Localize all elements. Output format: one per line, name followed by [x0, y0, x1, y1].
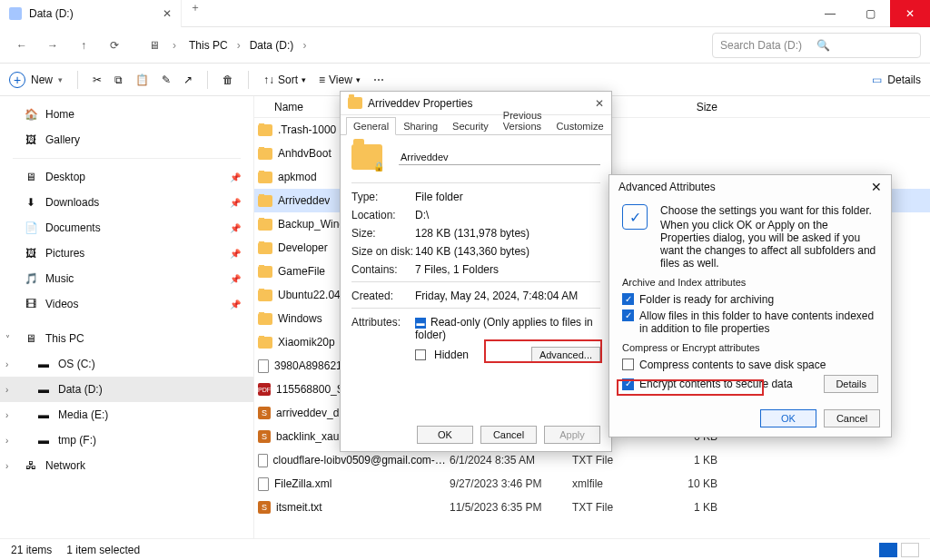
file-name: FileZilla.xml: [274, 477, 331, 490]
file-icon: S: [258, 430, 271, 443]
file-name: GameFile: [278, 265, 325, 278]
check-icon: ✓: [622, 204, 648, 230]
sidebar-item[interactable]: 📄Documents📌: [0, 215, 253, 241]
folder-name-input[interactable]: [399, 150, 600, 165]
refresh-button[interactable]: ⟳: [102, 33, 127, 58]
readonly-checkbox[interactable]: ▬: [415, 318, 426, 329]
file-name: Ubuntu22.04: [278, 289, 341, 301]
maximize-button[interactable]: ▢: [850, 0, 890, 27]
sidebar-item[interactable]: ›▬Media (E:): [0, 402, 253, 427]
details-icon: ▭: [872, 74, 882, 86]
column-size[interactable]: Size: [663, 101, 736, 113]
cut-button[interactable]: ✂: [93, 74, 102, 86]
paste-button[interactable]: 📋: [135, 74, 149, 86]
sidebar-item[interactable]: 🖼Gallery: [0, 127, 253, 152]
sidebar-item[interactable]: ˅🖥This PC: [0, 326, 253, 351]
monitor-icon[interactable]: 🖥: [142, 33, 167, 58]
sidebar-label: Gallery: [45, 133, 80, 146]
file-icon: [258, 195, 272, 207]
back-button[interactable]: ←: [9, 33, 35, 58]
properties-ok-button[interactable]: OK: [417, 426, 473, 444]
index-checkbox[interactable]: ✓: [622, 309, 634, 321]
sidebar-icon: ▬: [36, 357, 51, 371]
sidebar-item[interactable]: ›▬Data (D:): [0, 377, 253, 402]
file-icon: [258, 337, 272, 349]
hidden-checkbox[interactable]: [415, 349, 426, 360]
sidebar-icon: 📄: [24, 221, 38, 235]
sidebar-item[interactable]: 🖥Desktop📌: [0, 164, 253, 190]
rename-button[interactable]: ✎: [162, 74, 171, 86]
sidebar-item[interactable]: 🏠Home: [0, 102, 253, 127]
sidebar-item[interactable]: 🖼Pictures📌: [0, 241, 253, 266]
advanced-cancel-button[interactable]: Cancel: [824, 409, 880, 427]
search-input[interactable]: Search Data (D:) 🔍: [712, 33, 921, 58]
view-grid-icon[interactable]: [901, 543, 919, 557]
delete-button[interactable]: 🗑: [223, 74, 233, 86]
advanced-ok-button[interactable]: OK: [760, 409, 816, 427]
sidebar-icon: 🖥: [24, 170, 38, 184]
up-button[interactable]: ↑: [71, 33, 96, 58]
sidebar-label: Home: [45, 108, 74, 121]
file-name: arriveddev_dll: [276, 407, 344, 419]
archive-checkbox[interactable]: ✓: [622, 293, 634, 305]
sort-button[interactable]: ↑↓ Sort ▾: [263, 74, 306, 86]
sidebar-item[interactable]: ›🖧Network: [0, 453, 253, 478]
advanced-close-button[interactable]: ✕: [871, 180, 882, 194]
compress-checkbox[interactable]: [622, 359, 634, 370]
properties-close-button[interactable]: ✕: [595, 97, 604, 110]
sidebar-label: Documents: [45, 221, 101, 234]
chevron-icon: ›: [302, 39, 306, 52]
details-pane-button[interactable]: ▭ Details: [872, 74, 921, 86]
share-button[interactable]: ↗: [183, 74, 193, 86]
file-name: apkmod: [278, 171, 317, 183]
tab-close-icon[interactable]: ✕: [163, 7, 172, 20]
new-button[interactable]: + New ▾: [9, 72, 63, 88]
properties-tab[interactable]: Security: [445, 117, 496, 135]
file-name: itsmeit.txt: [276, 501, 322, 514]
copy-button[interactable]: ⧉: [114, 74, 123, 86]
file-row[interactable]: Sitsmeit.txt11/5/2023 6:35 PMTXT File1 K…: [254, 496, 930, 519]
file-icon: S: [258, 407, 271, 419]
sidebar: 🏠Home🖼Gallery🖥Desktop📌⬇Downloads📌📄Docume…: [0, 96, 254, 538]
encrypt-details-button[interactable]: Details: [824, 375, 878, 393]
file-name: AnhdvBoot: [278, 147, 331, 160]
properties-apply-button[interactable]: Apply: [544, 426, 600, 444]
file-row[interactable]: FileZilla.xml9/27/2023 3:46 PMxmlfile10 …: [254, 472, 930, 496]
advanced-desc2: When you click OK or Apply on the Proper…: [660, 219, 878, 270]
close-window-button[interactable]: ✕: [890, 0, 930, 27]
prop-size: 128 KB (131,978 bytes): [415, 227, 529, 240]
advanced-attributes-dialog: Advanced Attributes ✕ ✓ Choose the setti…: [608, 174, 892, 437]
file-icon: [258, 359, 269, 373]
minimize-button[interactable]: —: [810, 0, 850, 27]
properties-tab[interactable]: Previous Versions: [496, 106, 549, 135]
sidebar-item[interactable]: ⬇Downloads📌: [0, 190, 253, 215]
new-tab-button[interactable]: ＋: [182, 0, 209, 15]
sidebar-item[interactable]: ›▬tmp (F:): [0, 427, 253, 453]
file-name: backlink_xau: [276, 430, 339, 443]
properties-tab[interactable]: General: [346, 117, 396, 135]
view-list-icon[interactable]: [879, 543, 897, 557]
sidebar-label: Network: [45, 459, 85, 472]
properties-tab[interactable]: Sharing: [396, 117, 445, 135]
view-button[interactable]: ≡ View ▾: [319, 74, 361, 86]
properties-tab[interactable]: Customize: [549, 117, 611, 135]
more-button[interactable]: ⋯: [373, 74, 384, 86]
forward-button[interactable]: →: [40, 33, 65, 58]
sidebar-icon: ▬: [36, 408, 51, 422]
sidebar-icon: 🏠: [24, 107, 38, 122]
window-tab[interactable]: Data (D:) ✕: [0, 0, 182, 27]
properties-title: Arriveddev Properties: [368, 97, 472, 110]
properties-cancel-button[interactable]: Cancel: [480, 426, 537, 444]
encrypt-checkbox[interactable]: ✓: [622, 378, 634, 390]
breadcrumb-drive[interactable]: Data (D:): [246, 35, 298, 55]
sidebar-item[interactable]: 🎞Videos📌: [0, 291, 253, 317]
file-name: Developer: [278, 241, 328, 254]
drive-icon: [9, 7, 22, 20]
advanced-button[interactable]: Advanced...: [531, 347, 600, 363]
search-icon: 🔍: [816, 39, 913, 52]
sidebar-item[interactable]: 🎵Music📌: [0, 266, 253, 291]
sidebar-item[interactable]: ›▬OS (C:): [0, 351, 253, 377]
breadcrumb-thispc[interactable]: This PC: [185, 35, 232, 55]
folder-icon: [348, 97, 362, 109]
file-name: 3980A8986217: [274, 359, 348, 372]
